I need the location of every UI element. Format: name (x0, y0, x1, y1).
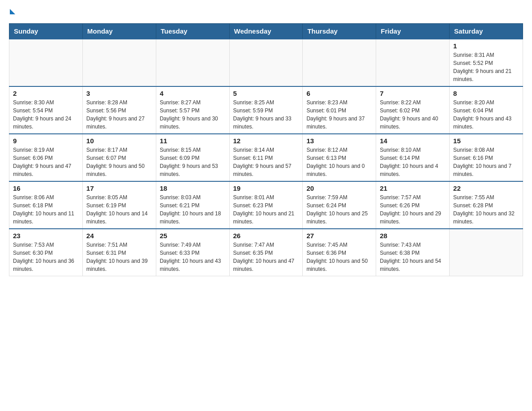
day-number: 17 (86, 184, 152, 192)
day-number: 13 (306, 137, 372, 145)
day-number: 22 (453, 184, 519, 192)
day-info: Sunrise: 7:59 AM Sunset: 6:24 PM Dayligh… (306, 193, 372, 226)
day-of-week-header: Friday (376, 24, 450, 39)
day-number: 2 (13, 90, 79, 97)
day-number: 26 (233, 232, 299, 240)
calendar-cell (376, 39, 450, 86)
day-info: Sunrise: 8:03 AM Sunset: 6:21 PM Dayligh… (160, 193, 226, 226)
day-info: Sunrise: 7:57 AM Sunset: 6:26 PM Dayligh… (380, 193, 446, 226)
day-info: Sunrise: 7:55 AM Sunset: 6:28 PM Dayligh… (453, 193, 519, 226)
day-number: 3 (86, 90, 152, 97)
day-number: 9 (13, 137, 79, 145)
week-row: 1Sunrise: 8:31 AM Sunset: 5:52 PM Daylig… (9, 39, 523, 86)
day-of-week-header: Thursday (303, 24, 376, 39)
calendar-cell: 1Sunrise: 8:31 AM Sunset: 5:52 PM Daylig… (450, 39, 523, 86)
calendar-cell: 23Sunrise: 7:53 AM Sunset: 6:30 PM Dayli… (9, 229, 83, 276)
calendar-cell: 21Sunrise: 7:57 AM Sunset: 6:26 PM Dayli… (376, 181, 450, 229)
calendar-cell (156, 39, 229, 86)
day-number: 5 (233, 90, 299, 97)
day-info: Sunrise: 7:51 AM Sunset: 6:31 PM Dayligh… (86, 241, 152, 273)
day-info: Sunrise: 7:47 AM Sunset: 6:35 PM Dayligh… (233, 241, 299, 273)
calendar-cell: 15Sunrise: 8:08 AM Sunset: 6:16 PM Dayli… (450, 134, 523, 181)
week-row: 23Sunrise: 7:53 AM Sunset: 6:30 PM Dayli… (9, 229, 523, 276)
calendar-cell (229, 39, 303, 86)
day-info: Sunrise: 8:01 AM Sunset: 6:23 PM Dayligh… (233, 193, 299, 226)
calendar-cell: 5Sunrise: 8:25 AM Sunset: 5:59 PM Daylig… (229, 86, 303, 134)
calendar-cell: 3Sunrise: 8:28 AM Sunset: 5:56 PM Daylig… (82, 86, 156, 134)
calendar-cell (82, 39, 156, 86)
day-info: Sunrise: 7:49 AM Sunset: 6:33 PM Dayligh… (160, 241, 226, 273)
day-info: Sunrise: 8:28 AM Sunset: 5:56 PM Dayligh… (86, 98, 152, 131)
week-row: 9Sunrise: 8:19 AM Sunset: 6:06 PM Daylig… (9, 134, 523, 181)
day-number: 18 (160, 184, 226, 192)
calendar-cell: 11Sunrise: 8:15 AM Sunset: 6:09 PM Dayli… (156, 134, 229, 181)
week-row: 16Sunrise: 8:06 AM Sunset: 6:18 PM Dayli… (9, 181, 523, 229)
day-info: Sunrise: 8:08 AM Sunset: 6:16 PM Dayligh… (453, 146, 519, 178)
day-number: 23 (13, 232, 79, 240)
calendar-table: SundayMondayTuesdayWednesdayThursdayFrid… (9, 23, 523, 276)
day-info: Sunrise: 8:12 AM Sunset: 6:13 PM Dayligh… (306, 146, 372, 178)
day-info: Sunrise: 7:53 AM Sunset: 6:30 PM Dayligh… (13, 241, 79, 273)
calendar-header-row: SundayMondayTuesdayWednesdayThursdayFrid… (9, 24, 523, 39)
day-number: 14 (380, 137, 446, 145)
day-number: 6 (306, 90, 372, 97)
day-number: 20 (306, 184, 372, 192)
day-info: Sunrise: 8:30 AM Sunset: 5:54 PM Dayligh… (13, 98, 79, 131)
day-info: Sunrise: 8:06 AM Sunset: 6:18 PM Dayligh… (13, 193, 79, 226)
calendar-cell: 8Sunrise: 8:20 AM Sunset: 6:04 PM Daylig… (450, 86, 523, 134)
day-number: 28 (380, 232, 446, 240)
day-info: Sunrise: 7:43 AM Sunset: 6:38 PM Dayligh… (380, 241, 446, 273)
day-info: Sunrise: 8:23 AM Sunset: 6:01 PM Dayligh… (306, 98, 372, 131)
calendar-cell: 18Sunrise: 8:03 AM Sunset: 6:21 PM Dayli… (156, 181, 229, 229)
calendar-cell: 4Sunrise: 8:27 AM Sunset: 5:57 PM Daylig… (156, 86, 229, 134)
calendar-cell: 24Sunrise: 7:51 AM Sunset: 6:31 PM Dayli… (82, 229, 156, 276)
day-info: Sunrise: 8:19 AM Sunset: 6:06 PM Dayligh… (13, 146, 79, 178)
day-of-week-header: Wednesday (229, 24, 303, 39)
day-number: 27 (306, 232, 372, 240)
calendar-cell: 25Sunrise: 7:49 AM Sunset: 6:33 PM Dayli… (156, 229, 229, 276)
calendar-cell: 16Sunrise: 8:06 AM Sunset: 6:18 PM Dayli… (9, 181, 83, 229)
day-number: 12 (233, 137, 299, 145)
calendar-cell: 22Sunrise: 7:55 AM Sunset: 6:28 PM Dayli… (450, 181, 523, 229)
day-info: Sunrise: 8:20 AM Sunset: 6:04 PM Dayligh… (453, 98, 519, 131)
day-of-week-header: Monday (82, 24, 156, 39)
day-of-week-header: Tuesday (156, 24, 229, 39)
day-info: Sunrise: 8:22 AM Sunset: 6:02 PM Dayligh… (380, 98, 446, 131)
day-number: 19 (233, 184, 299, 192)
day-number: 4 (160, 90, 226, 97)
calendar-cell: 9Sunrise: 8:19 AM Sunset: 6:06 PM Daylig… (9, 134, 83, 181)
logo-arrow-icon (10, 9, 15, 14)
day-number: 10 (86, 137, 152, 145)
calendar-cell: 12Sunrise: 8:14 AM Sunset: 6:11 PM Dayli… (229, 134, 303, 181)
calendar-cell: 28Sunrise: 7:43 AM Sunset: 6:38 PM Dayli… (376, 229, 450, 276)
calendar-cell (9, 39, 83, 86)
day-number: 1 (453, 42, 519, 50)
day-number: 21 (380, 184, 446, 192)
day-info: Sunrise: 8:15 AM Sunset: 6:09 PM Dayligh… (160, 146, 226, 178)
day-number: 25 (160, 232, 226, 240)
calendar-cell: 20Sunrise: 7:59 AM Sunset: 6:24 PM Dayli… (303, 181, 376, 229)
calendar-cell: 10Sunrise: 8:17 AM Sunset: 6:07 PM Dayli… (82, 134, 156, 181)
calendar-cell: 13Sunrise: 8:12 AM Sunset: 6:13 PM Dayli… (303, 134, 376, 181)
calendar-cell: 26Sunrise: 7:47 AM Sunset: 6:35 PM Dayli… (229, 229, 303, 276)
calendar-cell: 6Sunrise: 8:23 AM Sunset: 6:01 PM Daylig… (303, 86, 376, 134)
calendar-cell: 2Sunrise: 8:30 AM Sunset: 5:54 PM Daylig… (9, 86, 83, 134)
day-info: Sunrise: 7:45 AM Sunset: 6:36 PM Dayligh… (306, 241, 372, 273)
calendar-cell: 17Sunrise: 8:05 AM Sunset: 6:19 PM Dayli… (82, 181, 156, 229)
calendar-cell: 19Sunrise: 8:01 AM Sunset: 6:23 PM Dayli… (229, 181, 303, 229)
calendar-cell: 7Sunrise: 8:22 AM Sunset: 6:02 PM Daylig… (376, 86, 450, 134)
day-info: Sunrise: 8:25 AM Sunset: 5:59 PM Dayligh… (233, 98, 299, 131)
calendar-cell (450, 229, 523, 276)
day-number: 8 (453, 90, 519, 97)
week-row: 2Sunrise: 8:30 AM Sunset: 5:54 PM Daylig… (9, 86, 523, 134)
day-number: 15 (453, 137, 519, 145)
day-info: Sunrise: 8:14 AM Sunset: 6:11 PM Dayligh… (233, 146, 299, 178)
calendar-cell (303, 39, 376, 86)
day-number: 7 (380, 90, 446, 97)
day-number: 16 (13, 184, 79, 192)
day-info: Sunrise: 8:27 AM Sunset: 5:57 PM Dayligh… (160, 98, 226, 131)
calendar-cell: 14Sunrise: 8:10 AM Sunset: 6:14 PM Dayli… (376, 134, 450, 181)
logo (9, 9, 15, 14)
calendar-cell: 27Sunrise: 7:45 AM Sunset: 6:36 PM Dayli… (303, 229, 376, 276)
day-of-week-header: Saturday (450, 24, 523, 39)
